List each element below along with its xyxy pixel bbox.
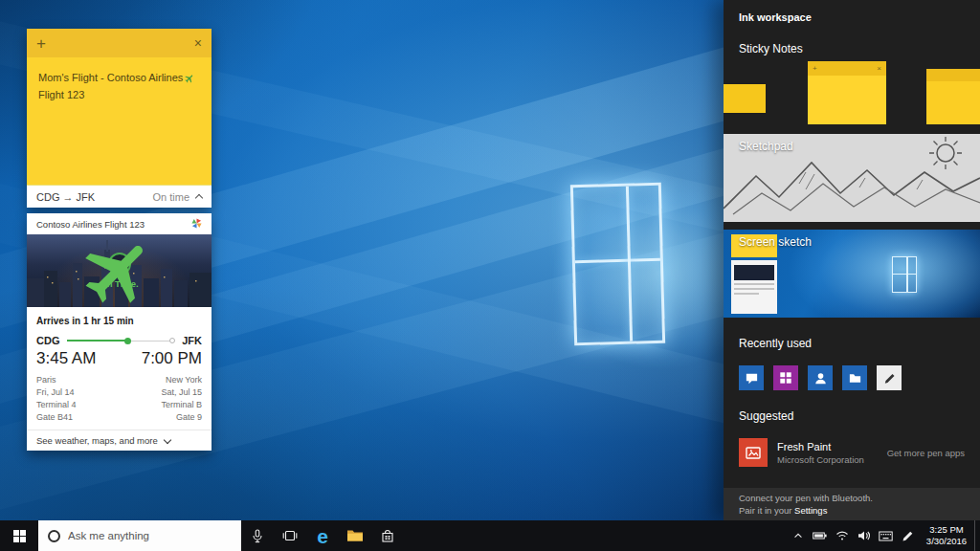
windows-logo-icon [13,530,26,542]
sticky-note-stack: + × Mom's Flight - Contoso Airlines Flig… [27,29,212,451]
recent-app-onenote[interactable] [773,365,798,390]
origin-code: CDG [36,335,59,346]
flight-insight-card: Contoso Airlines Flight 123 [27,213,212,451]
close-note-button[interactable]: × [194,36,202,50]
times-row: 3:45 AM 7:00 PM [36,349,202,368]
mini-flight-card [731,260,777,314]
suggested-app-row: Fresh Paint Microsoft Corporation Get mo… [724,427,980,467]
date-row: Fri, Jul 14 Sat, Jul 15 [36,386,202,399]
mini-close-icon: × [877,64,881,73]
battery-icon [813,530,827,541]
suggested-label: Suggested [739,409,965,423]
network-status[interactable] [831,520,853,551]
microphone-button[interactable] [241,520,274,551]
tray-overflow-button[interactable] [787,520,809,551]
keyboard-icon [879,531,893,541]
painting-icon [745,445,762,461]
mini-window-glyph [892,256,917,293]
add-note-button[interactable]: + [36,35,46,52]
arrival-text: Arrives in 1 hr 15 min [36,316,202,326]
chevron-up-icon [792,530,804,541]
cortana-icon [48,530,60,542]
panel-title: Ink workspace [724,0,980,23]
clock-date: 3/30/2016 [919,536,974,547]
insight-pinwheel-icon [191,215,202,232]
recent-app-messaging[interactable] [739,365,764,390]
show-desktop-button[interactable] [974,520,980,551]
expand-chevron-icon [164,435,171,443]
flight-insight-strip[interactable]: CDG → JFK On time [27,185,212,208]
flight-card-header: Contoso Airlines Flight 123 [27,213,212,234]
destination-photo: On Time. [27,234,212,307]
suggested-app-info[interactable]: Fresh Paint Microsoft Corporation [777,441,864,465]
suggested-app-publisher: Microsoft Corporation [777,454,864,465]
plane-ring-icon [108,253,131,276]
search-input[interactable] [68,530,221,541]
gate-row: Gate B41 Gate 9 [36,411,202,424]
flight-details: Arrives in 1 hr 15 min CDG JFK 3:45 AM 7… [27,307,212,430]
sticky-note-header: + × [27,29,212,57]
file-explorer-button[interactable] [339,520,371,551]
pen-tray-icon [902,530,914,542]
speaker-icon [858,530,871,541]
route-summary: CDG → JFK [36,191,95,203]
ink-workspace-panel: Ink workspace Sticky Notes + × Sketchpad [724,0,980,520]
folder-icon [848,371,862,386]
grid-icon [779,371,792,385]
screen: + × Mom's Flight - Contoso Airlines Flig… [0,0,980,551]
flight-progress-line [67,337,174,345]
system-tray: 3:25 PM 3/30/2016 [787,520,980,551]
screen-sketch-preview[interactable]: Screen sketch [724,230,980,318]
taskbar: e [0,520,980,551]
sketchpad-label: Sketchpad [739,140,793,153]
recent-app-documents[interactable] [842,365,867,390]
arrival-time: 7:00 PM [142,349,202,368]
destination-code: JFK [182,335,202,346]
touch-keyboard-button[interactable] [875,520,897,551]
flight-title: Contoso Airlines Flight 123 [36,219,145,230]
battery-status[interactable] [809,520,831,551]
file-explorer-icon [346,529,364,542]
clock-time: 3:25 PM [919,524,974,536]
screen-sketch-label: Screen sketch [739,235,812,249]
sticky-notes-preview[interactable]: + × [724,59,980,124]
wifi-icon [835,530,849,541]
city-row: Paris New York [36,374,202,386]
microphone-icon [251,529,264,543]
flight-icon [185,73,194,88]
departure-time: 3:45 AM [36,349,96,368]
see-more-link[interactable]: See weather, maps, and more [27,430,212,451]
sticky-note[interactable]: + × Mom's Flight - Contoso Airlines Flig… [27,29,212,208]
recent-app-pen[interactable] [877,365,902,390]
store-button[interactable] [371,520,404,551]
cortana-search-box[interactable] [38,520,241,551]
pen-hint-line2: Pair it in your Settings [739,505,965,518]
mini-add-icon: + [813,64,817,73]
start-button[interactable] [0,520,38,551]
taskbar-clock[interactable]: 3:25 PM 3/30/2016 [919,524,974,548]
sticky-note-thumb [724,84,766,113]
windows-logo-window [570,183,665,345]
settings-link[interactable]: Settings [794,505,827,516]
route-row: CDG JFK [36,335,202,346]
volume-status[interactable] [853,520,875,551]
recent-app-people[interactable] [808,365,833,390]
chat-icon [745,371,759,386]
pen-icon [882,371,897,386]
store-bag-icon [380,529,395,543]
recently-used-label: Recently used [739,337,965,350]
collapse-chevron-icon[interactable] [195,194,203,202]
pen-hint-line1: Connect your pen with Bluetooth. [739,493,965,505]
sticky-note-thumb [926,69,980,124]
recently-used-apps [724,354,980,390]
sketchpad-preview[interactable]: Sketchpad [724,134,980,222]
edge-browser-button[interactable]: e [306,520,339,551]
get-more-pen-apps-link[interactable]: Get more pen apps [887,448,965,458]
fresh-paint-app-icon[interactable] [739,438,768,467]
flight-status: On time [152,191,202,203]
task-view-button[interactable] [274,520,306,551]
pen-settings-button[interactable] [897,520,919,551]
on-time-badge: On Time. [27,234,212,307]
sticky-notes-label: Sticky Notes [739,42,965,55]
sticky-note-text[interactable]: Mom's Flight - Contoso Airlines Flight 1… [27,57,212,185]
